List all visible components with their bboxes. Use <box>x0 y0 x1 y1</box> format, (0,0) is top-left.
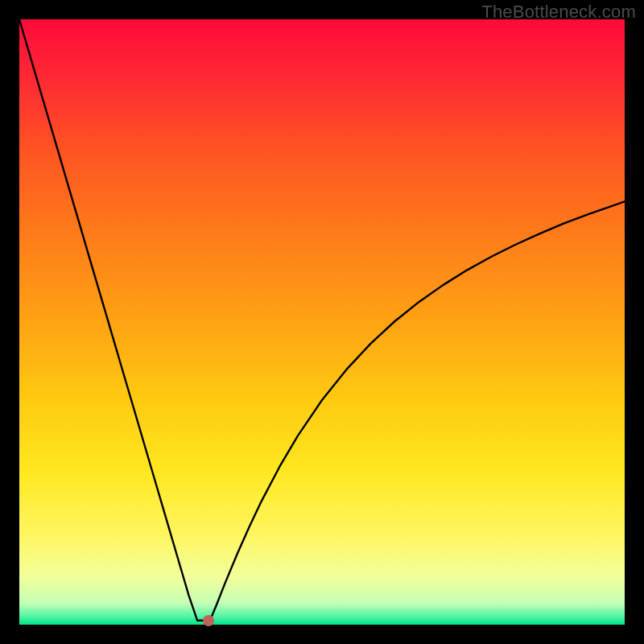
gradient-background <box>19 19 625 625</box>
watermark-text: TheBottleneck.com <box>481 2 636 23</box>
optimal-point-marker <box>203 615 214 626</box>
chart-frame <box>19 19 625 625</box>
bottleneck-chart <box>19 19 625 625</box>
